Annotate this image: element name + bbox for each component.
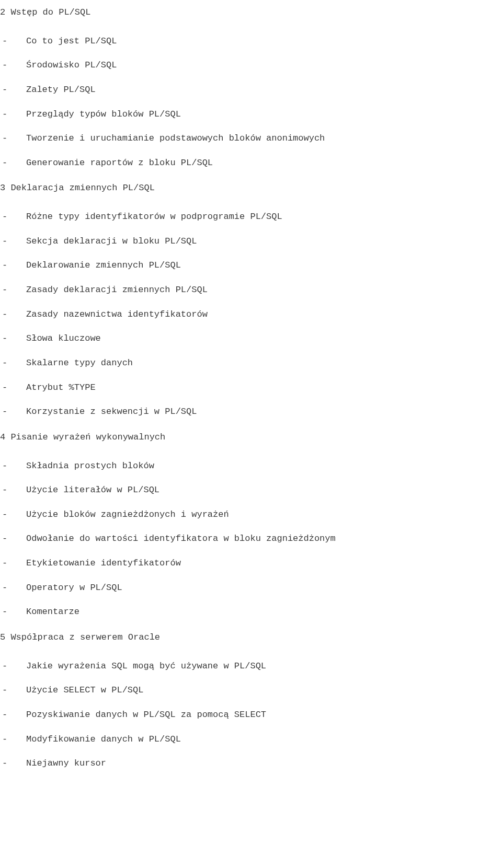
item-text: Etykietowanie identyfikatorów <box>26 557 502 570</box>
item-text: Zasady nazewnictwa identyfikatorów <box>26 308 502 321</box>
dash: - <box>0 211 26 224</box>
list-item: -Skalarne typy danych <box>0 357 502 370</box>
list-item: -Odwołanie do wartości identyfikatora w … <box>0 533 502 546</box>
list-item: -Atrybut %TYPE <box>0 381 502 395</box>
item-text: Środowisko PL/SQL <box>26 59 502 72</box>
item-text: Zasady deklaracji zmiennych PL/SQL <box>26 284 502 297</box>
list-item: -Sekcja deklaracji w bloku PL/SQL <box>0 235 502 248</box>
item-text: Niejawny kursor <box>26 757 502 770</box>
section-heading: 3 Deklaracja zmiennych PL/SQL <box>0 182 502 195</box>
item-text: Modyfikowanie danych w PL/SQL <box>26 733 502 746</box>
list-item: -Użycie literałów w PL/SQL <box>0 484 502 497</box>
dash: - <box>0 235 26 248</box>
section-heading: 4 Pisanie wyrażeń wykonywalnych <box>0 431 502 444</box>
list-item: -Zalety PL/SQL <box>0 84 502 97</box>
item-text: Użycie bloków zagnieżdżonych i wyrażeń <box>26 508 502 522</box>
dash: - <box>0 332 26 345</box>
dash: - <box>0 582 26 595</box>
item-text: Odwołanie do wartości identyfikatora w b… <box>26 533 502 546</box>
dash: - <box>0 108 26 121</box>
item-text: Zalety PL/SQL <box>26 84 502 97</box>
dash: - <box>0 606 26 619</box>
list-item: -Generowanie raportów z bloku PL/SQL <box>0 157 502 170</box>
list-item: -Komentarze <box>0 606 502 619</box>
list-item: -Deklarowanie zmiennych PL/SQL <box>0 259 502 272</box>
dash: - <box>0 406 26 419</box>
item-text: Składnia prostych bloków <box>26 460 502 473</box>
dash: - <box>0 381 26 395</box>
dash: - <box>0 84 26 97</box>
list-item: -Środowisko PL/SQL <box>0 59 502 72</box>
dash: - <box>0 660 26 673</box>
item-text: Generowanie raportów z bloku PL/SQL <box>26 157 502 170</box>
item-text: Sekcja deklaracji w bloku PL/SQL <box>26 235 502 248</box>
item-text: Korzystanie z sekwencji w PL/SQL <box>26 406 502 419</box>
dash: - <box>0 484 26 497</box>
list-item: -Pozyskiwanie danych w PL/SQL za pomocą … <box>0 709 502 722</box>
list-item: -Zasady nazewnictwa identyfikatorów <box>0 308 502 321</box>
list-item: -Operatory w PL/SQL <box>0 582 502 595</box>
item-text: Użycie literałów w PL/SQL <box>26 484 502 497</box>
item-text: Komentarze <box>26 606 502 619</box>
item-text: Skalarne typy danych <box>26 357 502 370</box>
list-item: -Składnia prostych bloków <box>0 460 502 473</box>
dash: - <box>0 508 26 522</box>
item-text: Różne typy identyfikatorów w podprogrami… <box>26 211 502 224</box>
dash: - <box>0 284 26 297</box>
dash: - <box>0 259 26 272</box>
list-item: -Etykietowanie identyfikatorów <box>0 557 502 570</box>
section-heading: 5 Współpraca z serwerem Oracle <box>0 631 502 644</box>
dash: - <box>0 757 26 770</box>
list-item: -Różne typy identyfikatorów w podprogram… <box>0 211 502 224</box>
item-text: Co to jest PL/SQL <box>26 35 502 48</box>
list-item: -Co to jest PL/SQL <box>0 35 502 48</box>
document-body: 2 Wstęp do PL/SQL -Co to jest PL/SQL -Śr… <box>0 0 502 792</box>
dash: - <box>0 684 26 697</box>
dash: - <box>0 733 26 746</box>
list-item: -Zasady deklaracji zmiennych PL/SQL <box>0 284 502 297</box>
dash: - <box>0 709 26 722</box>
item-text: Atrybut %TYPE <box>26 381 502 395</box>
list-item: -Tworzenie i uruchamianie podstawowych b… <box>0 132 502 145</box>
dash: - <box>0 460 26 473</box>
item-text: Deklarowanie zmiennych PL/SQL <box>26 259 502 272</box>
dash: - <box>0 157 26 170</box>
list-item: -Niejawny kursor <box>0 757 502 770</box>
item-text: Słowa kluczowe <box>26 332 502 345</box>
dash: - <box>0 533 26 546</box>
dash: - <box>0 357 26 370</box>
dash: - <box>0 308 26 321</box>
item-text: Operatory w PL/SQL <box>26 582 502 595</box>
list-item: -Użycie bloków zagnieżdżonych i wyrażeń <box>0 508 502 522</box>
list-item: -Modyfikowanie danych w PL/SQL <box>0 733 502 746</box>
dash: - <box>0 557 26 570</box>
list-item: -Słowa kluczowe <box>0 332 502 345</box>
dash: - <box>0 35 26 48</box>
dash: - <box>0 132 26 145</box>
list-item: -Jakie wyrażenia SQL mogą być używane w … <box>0 660 502 673</box>
item-text: Użycie SELECT w PL/SQL <box>26 684 502 697</box>
item-text: Jakie wyrażenia SQL mogą być używane w P… <box>26 660 502 673</box>
list-item: -Użycie SELECT w PL/SQL <box>0 684 502 697</box>
item-text: Pozyskiwanie danych w PL/SQL za pomocą S… <box>26 709 502 722</box>
list-item: -Przeglądy typów bloków PL/SQL <box>0 108 502 121</box>
dash: - <box>0 59 26 72</box>
list-item: -Korzystanie z sekwencji w PL/SQL <box>0 406 502 419</box>
item-text: Przeglądy typów bloków PL/SQL <box>26 108 502 121</box>
item-text: Tworzenie i uruchamianie podstawowych bl… <box>26 132 502 145</box>
section-heading: 2 Wstęp do PL/SQL <box>0 6 502 19</box>
